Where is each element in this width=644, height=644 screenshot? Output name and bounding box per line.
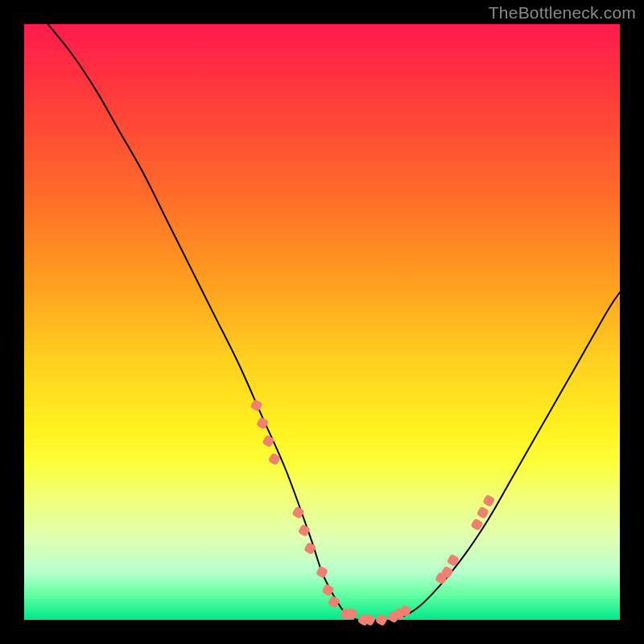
highlight-marker — [316, 566, 328, 579]
highlight-marker — [477, 506, 489, 519]
highlight-marker — [375, 613, 388, 626]
highlight-marker — [250, 398, 262, 411]
bottleneck-curve — [48, 24, 620, 621]
highlight-marker-group — [250, 398, 495, 626]
watermark-text: TheBottleneck.com — [489, 3, 636, 23]
chart-svg — [24, 24, 620, 620]
highlight-marker — [303, 542, 316, 555]
highlight-marker — [482, 494, 495, 507]
chart-frame: TheBottleneck.com — [0, 0, 644, 644]
highlight-marker — [328, 596, 341, 609]
highlight-marker — [262, 435, 275, 448]
highlight-marker — [298, 524, 311, 537]
